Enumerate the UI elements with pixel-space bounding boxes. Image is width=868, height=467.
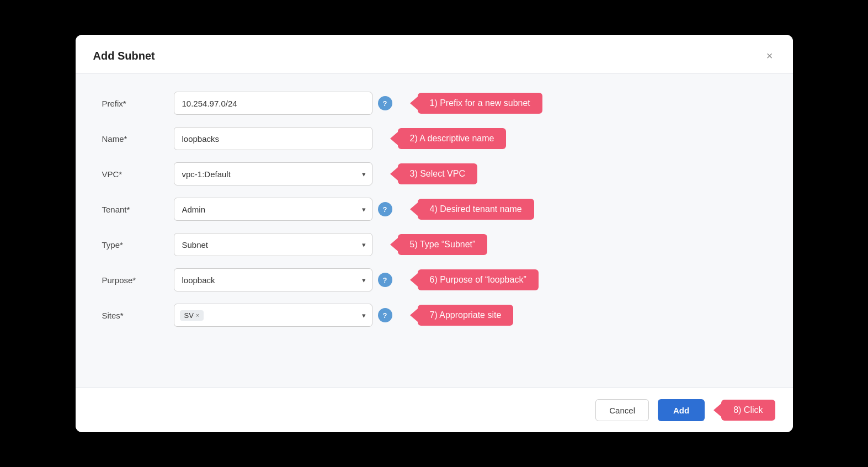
prefix-annotation-arrow (410, 97, 418, 110)
purpose-label: Purpose* (102, 275, 174, 285)
sites-label: Sites* (102, 311, 174, 320)
sites-tag-sv-label: SV (184, 311, 194, 320)
name-row: Name* 2) A descriptive name (102, 127, 766, 150)
type-select-wrap: Subnet ▾ (174, 233, 372, 256)
footer-annotation: 8) Click (713, 400, 775, 421)
type-annotation: 5) Type “Subnet” (390, 234, 488, 255)
purpose-annotation-arrow (410, 273, 418, 286)
name-annotation-arrow (390, 132, 398, 145)
tenant-select-wrap: Admin ▾ (174, 198, 372, 221)
prefix-input[interactable] (174, 92, 372, 115)
purpose-control-wrap: loopback ▾ ? (174, 268, 392, 291)
modal-overlay: Add Subnet × Prefix* ? 1) Prefix for a n… (0, 0, 868, 467)
purpose-annotation-label: 6) Purpose of “loopback” (418, 269, 539, 290)
prefix-annotation-label: 1) Prefix for a new subnet (418, 93, 542, 114)
add-button[interactable]: Add (658, 399, 705, 421)
prefix-annotation: 1) Prefix for a new subnet (410, 93, 542, 114)
vpc-select[interactable]: vpc-1:Default (174, 162, 372, 185)
sites-tag-select-wrap: SV × ▾ (174, 304, 372, 327)
purpose-select[interactable]: loopback (174, 268, 372, 291)
name-label: Name* (102, 134, 174, 144)
sites-annotation-label: 7) Appropriate site (418, 305, 514, 326)
sites-annotation: 7) Appropriate site (410, 305, 514, 326)
tenant-annotation-label: 4) Desired tenant name (418, 199, 534, 220)
name-annotation: 2) A descriptive name (390, 128, 507, 149)
vpc-annotation-arrow (390, 167, 398, 181)
sites-help-button[interactable]: ? (378, 308, 392, 322)
modal-header: Add Subnet × (76, 35, 793, 74)
vpc-select-wrap: vpc-1:Default ▾ (174, 162, 372, 185)
type-annotation-arrow (390, 238, 398, 251)
vpc-annotation-label: 3) Select VPC (398, 163, 477, 184)
purpose-select-wrap: loopback ▾ (174, 268, 372, 291)
prefix-control-wrap: ? (174, 92, 392, 115)
sites-tag-sv-remove[interactable]: × (196, 312, 199, 319)
close-button[interactable]: × (764, 48, 775, 63)
prefix-row: Prefix* ? 1) Prefix for a new subnet (102, 92, 766, 115)
type-select[interactable]: Subnet (174, 233, 372, 256)
footer-annotation-arrow (713, 404, 721, 417)
type-annotation-label: 5) Type “Subnet” (398, 234, 488, 255)
add-subnet-modal: Add Subnet × Prefix* ? 1) Prefix for a n… (76, 35, 793, 432)
tenant-annotation-arrow (410, 203, 418, 216)
name-annotation-label: 2) A descriptive name (398, 128, 507, 149)
purpose-help-button[interactable]: ? (378, 273, 392, 287)
modal-footer: Cancel Add 8) Click (76, 388, 793, 432)
modal-body: Prefix* ? 1) Prefix for a new subnet Nam… (76, 74, 793, 388)
type-row: Type* Subnet ▾ 5) Type “Subnet” (102, 233, 766, 256)
tenant-label: Tenant* (102, 205, 174, 214)
tenant-help-button[interactable]: ? (378, 202, 392, 216)
sites-control-wrap: SV × ▾ ? (174, 304, 392, 327)
vpc-control-wrap: vpc-1:Default ▾ (174, 162, 372, 185)
type-label: Type* (102, 240, 174, 250)
purpose-row: Purpose* loopback ▾ ? 6) Purpose of “loo… (102, 268, 766, 291)
sites-row: Sites* SV × ▾ ? 7) A (102, 304, 766, 327)
vpc-annotation: 3) Select VPC (390, 163, 477, 184)
name-input[interactable] (174, 127, 372, 150)
modal-title: Add Subnet (93, 50, 155, 62)
cancel-button[interactable]: Cancel (595, 399, 649, 421)
purpose-annotation: 6) Purpose of “loopback” (410, 269, 539, 290)
name-control-wrap (174, 127, 372, 150)
prefix-label: Prefix* (102, 99, 174, 108)
vpc-row: VPC* vpc-1:Default ▾ 3) Select VPC (102, 162, 766, 185)
sites-tag-sv: SV × (180, 310, 204, 321)
vpc-label: VPC* (102, 169, 174, 179)
type-control-wrap: Subnet ▾ (174, 233, 372, 256)
tenant-annotation: 4) Desired tenant name (410, 199, 534, 220)
footer-annotation-label: 8) Click (721, 400, 775, 421)
tenant-select[interactable]: Admin (174, 198, 372, 221)
tenant-control-wrap: Admin ▾ ? (174, 198, 392, 221)
sites-tag-input[interactable]: SV × (174, 304, 372, 327)
tenant-row: Tenant* Admin ▾ ? 4) Desired tenant name (102, 198, 766, 221)
prefix-help-button[interactable]: ? (378, 96, 392, 110)
sites-annotation-arrow (410, 309, 418, 322)
